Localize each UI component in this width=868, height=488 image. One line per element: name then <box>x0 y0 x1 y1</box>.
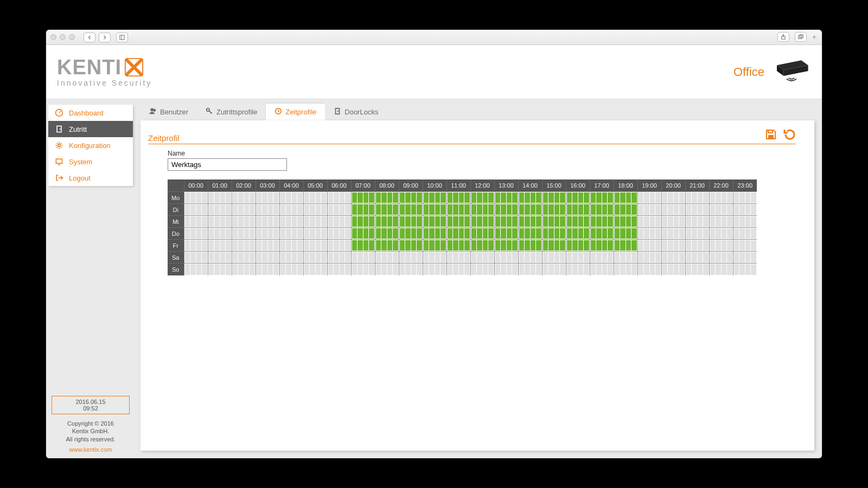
schedule-grid[interactable]: 00:0001:0002:0003:0004:0005:0006:0007:00… <box>168 179 757 275</box>
schedule-cell[interactable] <box>351 240 375 252</box>
schedule-cell[interactable] <box>184 192 208 204</box>
schedule-cell[interactable] <box>733 240 757 252</box>
schedule-cell[interactable] <box>279 204 303 216</box>
schedule-cell[interactable] <box>661 216 685 228</box>
schedule-cell[interactable] <box>637 252 661 264</box>
schedule-cell[interactable] <box>446 192 470 204</box>
schedule-cell[interactable] <box>279 228 303 240</box>
schedule-cell[interactable] <box>423 228 446 240</box>
schedule-cell[interactable] <box>375 228 399 240</box>
schedule-cell[interactable] <box>423 216 446 228</box>
undo-button[interactable] <box>783 128 796 143</box>
schedule-cell[interactable] <box>566 204 590 216</box>
schedule-cell[interactable] <box>566 216 590 228</box>
schedule-cell[interactable] <box>542 264 566 275</box>
schedule-cell[interactable] <box>375 192 399 204</box>
schedule-cell[interactable] <box>685 204 709 216</box>
schedule-cell[interactable] <box>709 192 733 204</box>
schedule-cell[interactable] <box>208 228 232 240</box>
schedule-cell[interactable] <box>590 216 614 228</box>
schedule-cell[interactable] <box>685 228 709 240</box>
tab-zutrittsprofile[interactable]: Zutrittsprofile <box>197 104 266 120</box>
schedule-cell[interactable] <box>470 228 494 240</box>
schedule-cell[interactable] <box>566 240 590 252</box>
schedule-cell[interactable] <box>614 216 637 228</box>
schedule-cell[interactable] <box>709 204 733 216</box>
schedule-cell[interactable] <box>637 192 661 204</box>
schedule-cell[interactable] <box>446 240 470 252</box>
schedule-cell[interactable] <box>709 228 733 240</box>
schedule-cell[interactable] <box>256 228 279 240</box>
schedule-cell[interactable] <box>184 228 208 240</box>
schedule-cell[interactable] <box>184 216 208 228</box>
schedule-cell[interactable] <box>208 240 232 252</box>
tabs-button[interactable] <box>795 32 807 42</box>
schedule-cell[interactable] <box>733 252 757 264</box>
schedule-cell[interactable] <box>208 192 232 204</box>
close-dot[interactable] <box>50 34 56 40</box>
schedule-cell[interactable] <box>637 240 661 252</box>
schedule-cell[interactable] <box>279 252 303 264</box>
schedule-cell[interactable] <box>256 240 279 252</box>
schedule-cell[interactable] <box>327 216 351 228</box>
tab-zeitprofile[interactable]: Zeitprofile <box>266 104 325 120</box>
schedule-cell[interactable] <box>279 216 303 228</box>
schedule-cell[interactable] <box>590 252 614 264</box>
schedule-cell[interactable] <box>232 192 256 204</box>
sidebar-toggle[interactable] <box>116 33 128 42</box>
schedule-cell[interactable] <box>685 192 709 204</box>
schedule-cell[interactable] <box>208 264 232 275</box>
schedule-cell[interactable] <box>494 264 518 275</box>
schedule-cell[interactable] <box>590 240 614 252</box>
schedule-cell[interactable] <box>327 240 351 252</box>
schedule-cell[interactable] <box>399 192 423 204</box>
schedule-cell[interactable] <box>637 204 661 216</box>
schedule-cell[interactable] <box>614 228 637 240</box>
schedule-cell[interactable] <box>351 216 375 228</box>
schedule-cell[interactable] <box>518 216 542 228</box>
schedule-cell[interactable] <box>733 192 757 204</box>
schedule-cell[interactable] <box>494 252 518 264</box>
schedule-cell[interactable] <box>446 228 470 240</box>
schedule-cell[interactable] <box>256 192 279 204</box>
schedule-cell[interactable] <box>423 252 446 264</box>
schedule-cell[interactable] <box>518 228 542 240</box>
schedule-cell[interactable] <box>733 216 757 228</box>
schedule-cell[interactable] <box>256 252 279 264</box>
schedule-cell[interactable] <box>279 192 303 204</box>
schedule-cell[interactable] <box>256 264 279 275</box>
schedule-cell[interactable] <box>232 216 256 228</box>
schedule-cell[interactable] <box>446 264 470 275</box>
schedule-cell[interactable] <box>351 252 375 264</box>
schedule-cell[interactable] <box>351 228 375 240</box>
schedule-cell[interactable] <box>709 252 733 264</box>
sidebar-item-zutritt[interactable]: Zutritt <box>48 121 133 137</box>
schedule-cell[interactable] <box>661 192 685 204</box>
schedule-cell[interactable] <box>566 252 590 264</box>
tab-doorlocks[interactable]: DoorLocks <box>325 104 387 120</box>
sidebar-item-dashboard[interactable]: Dashboard <box>48 105 133 121</box>
schedule-cell[interactable] <box>208 216 232 228</box>
schedule-cell[interactable] <box>351 192 375 204</box>
schedule-cell[interactable] <box>423 240 446 252</box>
schedule-cell[interactable] <box>399 252 423 264</box>
schedule-cell[interactable] <box>637 216 661 228</box>
sidebar-item-system[interactable]: System <box>48 153 133 170</box>
schedule-cell[interactable] <box>327 228 351 240</box>
schedule-cell[interactable] <box>399 204 423 216</box>
schedule-cell[interactable] <box>494 204 518 216</box>
schedule-cell[interactable] <box>375 204 399 216</box>
schedule-cell[interactable] <box>733 228 757 240</box>
schedule-cell[interactable] <box>518 252 542 264</box>
schedule-cell[interactable] <box>303 252 327 264</box>
schedule-cell[interactable] <box>423 192 446 204</box>
schedule-cell[interactable] <box>327 204 351 216</box>
schedule-cell[interactable] <box>232 240 256 252</box>
schedule-cell[interactable] <box>709 240 733 252</box>
schedule-cell[interactable] <box>733 204 757 216</box>
schedule-cell[interactable] <box>685 252 709 264</box>
schedule-cell[interactable] <box>566 264 590 275</box>
schedule-cell[interactable] <box>375 264 399 275</box>
schedule-cell[interactable] <box>327 192 351 204</box>
share-button[interactable] <box>777 32 789 42</box>
